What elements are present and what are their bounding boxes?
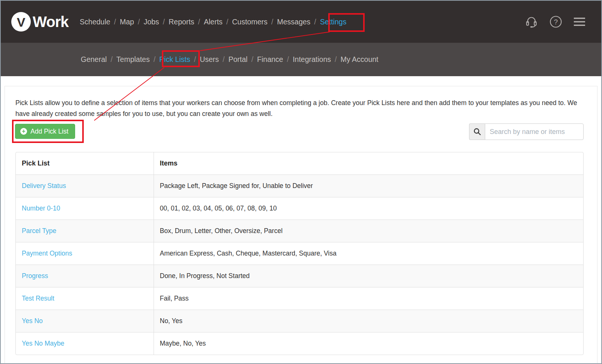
- nav-separator: /: [194, 55, 196, 64]
- table-header-row: Pick List Items: [16, 152, 583, 175]
- topnav-item-settings[interactable]: Settings: [320, 18, 346, 26]
- nav-separator: /: [110, 55, 112, 64]
- nav-separator: /: [114, 18, 116, 26]
- add-pick-list-button[interactable]: + Add Pick List: [15, 124, 75, 139]
- pick-list-row: Payment OptionsAmerican Express, Cash, C…: [16, 242, 583, 265]
- topnav-item-customers[interactable]: Customers: [232, 18, 267, 26]
- pick-list-name-cell: Delivery Status: [16, 175, 154, 197]
- nav-separator: /: [271, 18, 273, 26]
- subnav-item-my-account[interactable]: My Account: [341, 55, 379, 64]
- nav-separator: /: [154, 55, 155, 64]
- app-window: V Work Schedule/Map/Jobs/Reports/Alerts/…: [0, 0, 602, 364]
- nav-separator: /: [251, 55, 253, 64]
- content-panel: Pick Lists allow you to define a selecti…: [5, 86, 597, 364]
- subnav-item-templates[interactable]: Templates: [116, 55, 150, 64]
- search-group: [469, 123, 584, 140]
- topnav-item-reports[interactable]: Reports: [169, 18, 194, 26]
- pick-lists-table: Pick List Items Delivery StatusPackage L…: [15, 152, 584, 355]
- pick-list-items-cell: No, Yes: [154, 310, 583, 332]
- top-navigation-bar: V Work Schedule/Map/Jobs/Reports/Alerts/…: [1, 1, 601, 43]
- pick-list-row: ProgressDone, In Progress, Not Started: [16, 265, 583, 287]
- topnav-item-messages[interactable]: Messages: [277, 18, 311, 26]
- plus-circle-icon: +: [20, 128, 27, 135]
- search-icon: [469, 123, 485, 140]
- pick-list-items-cell: Fail, Pass: [154, 287, 583, 310]
- pick-list-items-cell: Maybe, No, Yes: [154, 332, 583, 355]
- annotation-box-add-pick-list: + Add Pick List: [12, 120, 84, 143]
- pick-list-items-cell: American Express, Cash, Cheque, Masterca…: [154, 242, 583, 265]
- pick-list-row: Parcel TypeBox, Drum, Letter, Other, Ove…: [16, 220, 583, 242]
- nav-separator: /: [335, 55, 336, 64]
- svg-text:?: ?: [554, 18, 558, 26]
- hamburger-menu-icon[interactable]: [573, 17, 585, 27]
- pick-list-row: Delivery StatusPackage Left, Package Sig…: [16, 175, 583, 197]
- pick-list-row: Yes No MaybeMaybe, No, Yes: [16, 332, 583, 355]
- topnav-item-alerts[interactable]: Alerts: [204, 18, 223, 26]
- pick-list-link[interactable]: Number 0-10: [22, 205, 60, 212]
- search-input[interactable]: [485, 123, 584, 140]
- nav-separator: /: [223, 55, 225, 64]
- pick-list-items-cell: Box, Drum, Letter, Other, Oversize, Parc…: [154, 220, 583, 242]
- pick-list-items-cell: 00, 01, 02, 03, 04, 05, 06, 07, 08, 09, …: [154, 197, 583, 220]
- pick-list-link[interactable]: Parcel Type: [22, 227, 56, 235]
- pick-list-link[interactable]: Yes No: [22, 317, 43, 325]
- pick-list-link[interactable]: Progress: [22, 272, 48, 280]
- nav-separator: /: [138, 18, 140, 26]
- vwork-logo-mark-icon: V: [11, 12, 31, 32]
- column-header-items: Items: [154, 152, 583, 175]
- subnav-item-general[interactable]: General: [81, 55, 107, 64]
- help-icon[interactable]: ?: [549, 15, 562, 28]
- pick-list-link[interactable]: Payment Options: [22, 250, 72, 257]
- pick-list-name-cell: Test Result: [16, 287, 154, 310]
- column-header-pick-list: Pick List: [16, 152, 154, 175]
- nav-separator: /: [226, 18, 228, 26]
- topnav-item-schedule[interactable]: Schedule: [80, 18, 110, 26]
- topbar-icons: ?: [525, 15, 585, 29]
- subnav-item-users[interactable]: Users: [200, 55, 219, 64]
- actions-row: + Add Pick List: [15, 120, 584, 143]
- pick-lists-description: Pick Lists allow you to define a selecti…: [15, 98, 584, 119]
- pick-list-link[interactable]: Delivery Status: [22, 182, 66, 190]
- pick-list-row: Yes NoNo, Yes: [16, 310, 583, 332]
- settings-subnav: General/Templates/Pick Lists/Users/Porta…: [1, 43, 601, 76]
- pick-list-row: Test ResultFail, Pass: [16, 287, 583, 310]
- nav-separator: /: [287, 55, 289, 64]
- subnav-item-portal[interactable]: Portal: [228, 55, 247, 64]
- nav-separator: /: [198, 18, 200, 26]
- pick-list-name-cell: Parcel Type: [16, 220, 154, 242]
- support-headset-icon[interactable]: [525, 15, 538, 29]
- pick-list-name-cell: Yes No Maybe: [16, 332, 154, 355]
- subnav-item-pick-lists[interactable]: Pick Lists: [159, 55, 190, 64]
- pick-list-name-cell: Progress: [16, 265, 154, 287]
- add-pick-list-button-label: Add Pick List: [30, 128, 68, 135]
- pick-list-row: Number 0-1000, 01, 02, 03, 04, 05, 06, 0…: [16, 197, 583, 220]
- pick-list-name-cell: Yes No: [16, 310, 154, 332]
- subnav-item-integrations[interactable]: Integrations: [293, 55, 331, 64]
- pick-list-link[interactable]: Test Result: [22, 295, 54, 302]
- pick-list-link[interactable]: Yes No Maybe: [22, 340, 64, 347]
- pick-list-name-cell: Payment Options: [16, 242, 154, 265]
- primary-nav: Schedule/Map/Jobs/Reports/Alerts/Custome…: [80, 18, 346, 26]
- nav-separator: /: [163, 18, 165, 26]
- pick-list-items-cell: Done, In Progress, Not Started: [154, 265, 583, 287]
- nav-separator: /: [314, 18, 316, 26]
- topnav-item-jobs[interactable]: Jobs: [143, 18, 159, 26]
- subnav-item-finance[interactable]: Finance: [257, 55, 283, 64]
- topnav-item-map[interactable]: Map: [120, 18, 134, 26]
- vwork-logo-text: Work: [33, 14, 68, 30]
- pick-list-items-cell: Package Left, Package Signed for, Unable…: [154, 175, 583, 197]
- vwork-logo[interactable]: V Work: [11, 12, 68, 32]
- pick-list-name-cell: Number 0-10: [16, 197, 154, 220]
